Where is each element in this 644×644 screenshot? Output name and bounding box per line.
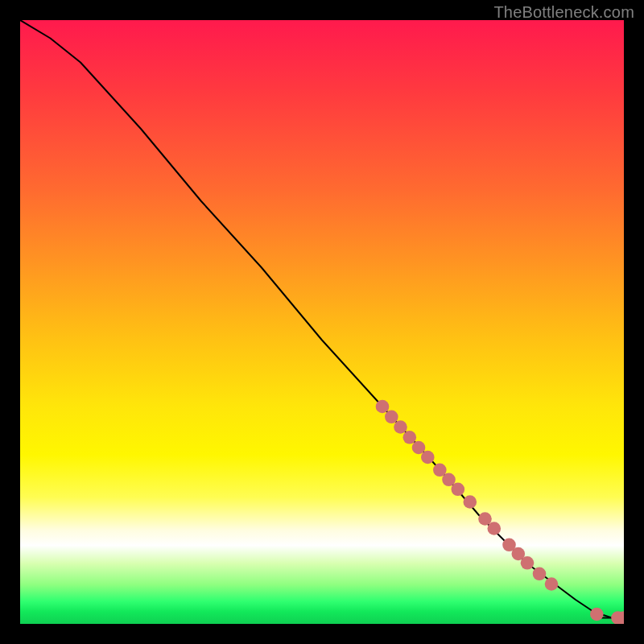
data-marker <box>376 400 390 414</box>
data-marker <box>545 577 559 591</box>
chart-stage: TheBottleneck.com <box>0 0 644 644</box>
data-marker <box>403 431 417 444</box>
data-marker <box>488 522 502 535</box>
data-marker <box>464 495 477 509</box>
data-marker <box>590 608 604 621</box>
plot-area <box>20 20 624 624</box>
data-marker <box>385 411 398 424</box>
chart-svg <box>20 20 624 624</box>
data-marker <box>521 556 535 570</box>
data-marker <box>533 568 547 581</box>
data-marker <box>452 483 465 497</box>
attribution-text: TheBottleneck.com <box>493 3 634 22</box>
data-marker <box>394 420 407 434</box>
markers-group <box>376 400 624 624</box>
data-marker <box>421 451 435 464</box>
curve-line <box>20 20 624 618</box>
